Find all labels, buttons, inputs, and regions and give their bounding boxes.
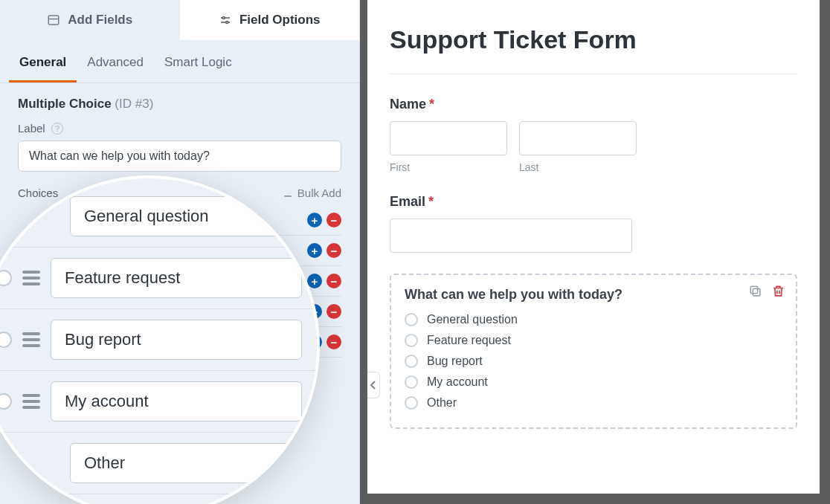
delete-icon[interactable] (771, 284, 785, 298)
required-asterisk: * (428, 194, 434, 209)
svg-point-4 (222, 17, 225, 19)
last-name-input[interactable] (519, 121, 637, 155)
field-id: (ID #3) (115, 97, 153, 111)
subtab-general[interactable]: General (9, 43, 77, 83)
bulk-add-label: Bulk Add (297, 187, 341, 199)
multiple-choice-field-selected[interactable]: What can we help you with today? General… (390, 274, 797, 429)
label-input[interactable] (18, 140, 341, 172)
svg-point-5 (226, 22, 228, 24)
download-icon (283, 188, 293, 198)
label-caption: Label (18, 122, 45, 135)
help-icon[interactable]: ? (51, 123, 63, 135)
add-choice-button[interactable]: + (307, 243, 322, 258)
first-name-sublabel: First (390, 161, 507, 173)
name-field[interactable]: Name* First Last (390, 97, 797, 173)
add-choice-button[interactable]: + (307, 304, 322, 319)
builder-sidebar: Add Fields Field Options General Advance… (0, 0, 360, 504)
radio-icon (405, 334, 418, 347)
add-choice-button[interactable]: + (307, 274, 322, 288)
tab-field-options-label: Field Options (239, 13, 321, 28)
name-label: Name (390, 97, 426, 112)
mc-option-label: Bug report (427, 355, 483, 368)
svg-rect-7 (750, 286, 758, 294)
remove-choice-button[interactable]: − (326, 335, 341, 349)
mc-option[interactable]: Feature request (405, 334, 782, 347)
remove-choice-button[interactable]: − (326, 304, 341, 319)
choice-rows-background: +− +− +− +− +− (18, 205, 341, 358)
form-preview: Support Ticket Form Name* First Last Ema… (367, 0, 820, 494)
field-type: Multiple Choice (18, 97, 112, 111)
mc-option[interactable]: Bug report (405, 355, 782, 368)
bulk-add-button[interactable]: Bulk Add (283, 187, 341, 199)
radio-icon (405, 313, 418, 326)
mc-option[interactable]: My account (405, 375, 782, 389)
add-choice-button[interactable]: + (307, 213, 322, 227)
form-title: Support Ticket Form (390, 25, 797, 54)
mc-option[interactable]: Other (405, 396, 782, 410)
email-label: Email (390, 194, 425, 209)
choices-caption: Choices (18, 187, 58, 199)
email-field[interactable]: Email* (390, 194, 797, 253)
first-name-input[interactable] (390, 121, 507, 155)
tab-field-options[interactable]: Field Options (180, 0, 360, 40)
tab-add-fields[interactable]: Add Fields (0, 0, 180, 40)
remove-choice-button[interactable]: − (326, 213, 341, 227)
chevron-left-icon (370, 381, 377, 390)
field-meta: Multiple Choice (ID #3) (18, 97, 341, 112)
field-options-subtabs: General Advanced Smart Logic (0, 43, 359, 83)
radio-icon (405, 396, 418, 410)
subtab-advanced[interactable]: Advanced (77, 43, 154, 83)
mc-option[interactable]: General question (405, 313, 782, 326)
radio-icon (405, 375, 418, 389)
collapse-sidebar-button[interactable] (367, 372, 380, 398)
mc-field-title: What can we help you with today? (405, 287, 782, 303)
mc-option-label: Other (427, 396, 457, 410)
mc-option-label: Feature request (427, 334, 511, 347)
required-asterisk: * (429, 97, 434, 112)
duplicate-icon[interactable] (748, 284, 762, 298)
last-name-sublabel: Last (519, 161, 637, 173)
preview-frame: Support Ticket Form Name* First Last Ema… (360, 0, 830, 504)
add-choice-button[interactable]: + (307, 335, 322, 349)
field-options-icon (219, 13, 232, 27)
mc-option-label: My account (427, 375, 488, 389)
radio-icon (405, 355, 418, 368)
builder-top-tabs: Add Fields Field Options (0, 0, 359, 40)
add-fields-icon (47, 13, 60, 27)
email-input[interactable] (390, 219, 632, 253)
mc-option-label: General question (427, 313, 518, 326)
tab-add-fields-label: Add Fields (68, 13, 132, 28)
subtab-smart-logic[interactable]: Smart Logic (154, 43, 242, 83)
svg-rect-0 (49, 16, 59, 25)
divider (390, 74, 797, 74)
remove-choice-button[interactable]: − (326, 274, 341, 288)
svg-rect-6 (753, 288, 760, 296)
remove-choice-button[interactable]: − (326, 243, 341, 258)
